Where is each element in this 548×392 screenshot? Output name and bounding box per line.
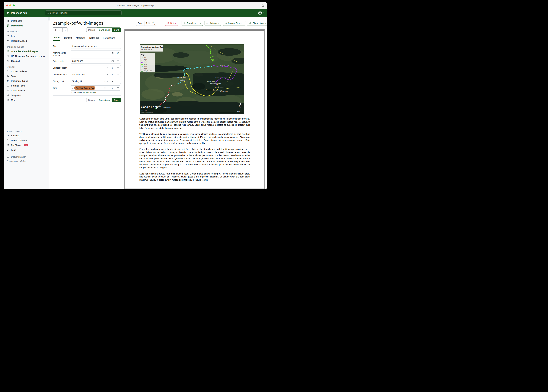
document-type-filter-icon[interactable] [115, 72, 121, 77]
discard-button[interactable]: Discard [86, 28, 97, 32]
date-created-input[interactable] [72, 60, 108, 62]
download-caret-button[interactable] [198, 21, 203, 26]
pdf-viewer-frame[interactable]: Hausons Island New York Island Gary Isla… [124, 29, 265, 189]
sidebar-item-logs[interactable]: Logs [4, 147, 48, 152]
dropdown-caret-icon[interactable] [107, 68, 108, 68]
share-links-button[interactable]: Share Links [247, 21, 267, 26]
dropdown-caret-icon[interactable] [107, 74, 108, 75]
sidebar-item-documentation[interactable]: ? Documentation [4, 154, 48, 159]
svg-text:Entry Point 24: Entry Point 24 [144, 70, 152, 72]
map-image: Hausons Island New York Island Gary Isla… [140, 44, 244, 114]
sidebar: Dashboard Documents SAVED VIEWS Inbox [4, 17, 49, 189]
next-document-button[interactable]: → [63, 28, 67, 32]
sidebar-item-mail[interactable]: Mail [4, 98, 48, 102]
tab-notes[interactable]: Notes1 [89, 36, 99, 41]
sidebar-item-open-doc-1[interactable]: 2sample-pdf-with-images [4, 49, 48, 54]
document-type-select[interactable]: Another Type × [71, 72, 110, 77]
remove-tag-icon[interactable]: x [72, 87, 73, 89]
suggestion-link[interactable]: TagWithPartial [83, 91, 96, 93]
add-document-type-button[interactable]: + [110, 72, 115, 77]
download-button[interactable]: Download [181, 21, 198, 26]
notes-count-badge: 1 [96, 37, 99, 39]
sidebar-item-templates[interactable]: Templates [4, 93, 48, 98]
sidebar-item-close-all[interactable]: Close all [4, 58, 48, 63]
sidebar-item-documents[interactable]: Documents [4, 23, 48, 28]
sidebar-collapse-button[interactable]: « [49, 17, 50, 21]
pdf-paragraph: Curabitur bibendum ante urna, sed blandi… [139, 117, 250, 130]
asn-field-label: Archive serial number [53, 50, 71, 57]
page-stepper[interactable] [148, 22, 150, 24]
tab-content[interactable]: Content [64, 36, 72, 41]
folder-icon [7, 84, 9, 87]
divider [53, 95, 121, 96]
dropdown-caret-icon[interactable] [107, 81, 108, 82]
save-next-button-bottom[interactable]: Save & next [97, 98, 112, 102]
actions-button[interactable]: ··· Actions [204, 21, 221, 26]
add-correspondent-button[interactable]: + [110, 65, 115, 70]
custom-fields-button[interactable]: Custom Fields [223, 21, 246, 26]
clear-icon[interactable]: × [104, 80, 106, 83]
svg-text:Day 1: Day 1 [144, 57, 147, 58]
calendar-icon[interactable] [110, 59, 115, 63]
document-edit-panel: 2sample-pdf-with-images x ← → Discard Sa… [53, 21, 121, 102]
title-input[interactable] [72, 45, 119, 47]
user-menu[interactable] [258, 11, 264, 15]
storage-path-select[interactable]: Testing 12 × [71, 79, 110, 84]
search-bar[interactable] [45, 10, 122, 15]
sidebar-item-open-doc-2[interactable]: H7_Napoleon_Bonaparte_zadanie [4, 54, 48, 58]
tab-metadata[interactable]: Metadata [76, 36, 85, 41]
sidebar-item-storage-paths[interactable]: Storage Paths [4, 83, 48, 88]
asn-input[interactable] [72, 52, 111, 54]
page-label: Page [136, 22, 144, 24]
sidebar-item-correspondents[interactable]: Correspondents [4, 69, 48, 74]
discard-button-bottom[interactable]: Discard [86, 98, 97, 102]
sidebar-item-inbox[interactable]: Inbox [4, 34, 48, 38]
tags-filter-icon[interactable] [115, 86, 121, 90]
pdf-text: Curabitur bibendum ante urna, sed blandi… [139, 117, 250, 181]
brand[interactable]: Paperless-ngx [6, 11, 27, 14]
sidebar-item-document-types[interactable]: # Document Types [4, 78, 48, 83]
pdf-paragraph: Duis non tincidunt purus. Nam quis sapie… [139, 172, 250, 182]
date-filter-icon[interactable] [115, 59, 121, 63]
tab-permissions[interactable]: Permissions [103, 36, 115, 41]
sidebar-item-file-tasks[interactable]: File Tasks 16 [4, 143, 48, 147]
save-button[interactable]: Save [112, 28, 121, 32]
asn-plus-one-button[interactable]: +1 [115, 50, 121, 55]
add-tag-button[interactable]: + [110, 86, 115, 90]
sidebar-item-settings[interactable]: ⚙ Settings [4, 133, 48, 138]
tags-select[interactable]: x Another Sample Tag × [71, 86, 110, 90]
correspondent-select[interactable] [71, 65, 110, 70]
close-document-button[interactable]: x [53, 28, 58, 32]
previous-document-button[interactable]: ← [58, 28, 63, 32]
tag-chip[interactable]: Another Sample Tag [74, 86, 96, 90]
tab-details[interactable]: Details [53, 36, 60, 41]
google-earth-logo: Google Earth [141, 105, 158, 108]
caret-down-icon [218, 23, 219, 24]
add-storage-path-button[interactable]: + [110, 79, 115, 84]
sidebar-item-dashboard[interactable]: Dashboard [4, 18, 48, 23]
map-title-box: Boundary Waters Trip Six days in BWCA [140, 45, 164, 52]
page-number-input[interactable]: 1 [144, 21, 151, 26]
app-version: Paperless-ngx v2.0.0 [4, 159, 48, 164]
share-icon[interactable] [262, 4, 264, 7]
asn-stepper[interactable] [112, 52, 114, 54]
delete-button[interactable]: Delete [165, 21, 178, 26]
search-input[interactable] [50, 12, 120, 14]
map-subtitle: Six days in BWCA [141, 49, 152, 50]
map-island-label: Squirrel Island [220, 91, 228, 92]
save-button-bottom[interactable]: Save [112, 98, 121, 102]
map-island-label: Gary Island [179, 80, 186, 81]
clear-icon[interactable]: × [104, 87, 106, 89]
clear-icon[interactable]: × [104, 73, 106, 76]
dropdown-caret-icon[interactable] [107, 88, 108, 88]
sidebar-item-tags[interactable]: Tags [4, 74, 48, 78]
sidebar-item-custom-fields[interactable]: Custom Fields [4, 88, 48, 93]
sidebar-item-recently-added[interactable]: Recently Added [4, 38, 48, 43]
storage-path-filter-icon[interactable] [115, 79, 121, 84]
scale-label: 3 mi [237, 110, 240, 112]
save-next-button[interactable]: Save & next [97, 28, 112, 32]
storage-path-label: Storage path [53, 79, 71, 84]
sidebar-item-users-groups[interactable]: Users & Groups [4, 138, 48, 143]
correspondent-filter-icon[interactable] [115, 65, 121, 70]
map-island-label: Hausons Island [220, 65, 229, 66]
